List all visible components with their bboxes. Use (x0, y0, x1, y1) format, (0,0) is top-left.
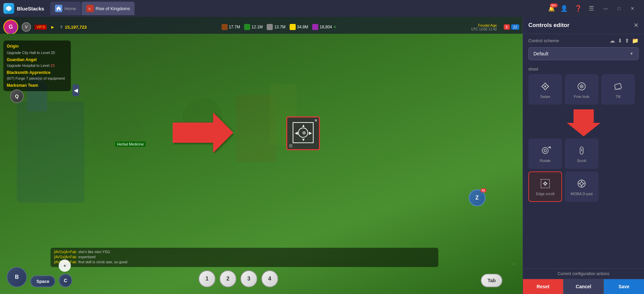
badge-22: 22 (511, 24, 519, 30)
rok-tab-label: Rise of Kingdoms (96, 6, 130, 11)
control-swipe[interactable]: Swipe (528, 74, 562, 105)
help-icon[interactable]: ❓ (573, 3, 583, 14)
chat-line-3: [AVGs]A×Fak: first skill is circle aoe, … (54, 260, 435, 264)
quest-guardian-desc: Upgrade Hospital to Level 23 (7, 63, 67, 68)
svg-text:▲: ▲ (301, 123, 305, 128)
num-button-3[interactable]: 3 (240, 270, 257, 287)
gold-amount: 15,197,723 (65, 25, 87, 30)
player-v-badge: V (22, 22, 31, 32)
age-date: UTC 11/02 11:42 (471, 27, 497, 31)
badge-8: 8 (504, 24, 510, 30)
svg-point-26 (544, 149, 546, 152)
titlebar-nav: Home ⚔ Rise of Kingdoms (50, 2, 135, 15)
home-tab-icon (55, 5, 62, 12)
num-button-2[interactable]: 2 (219, 270, 236, 287)
q-button[interactable]: Q (10, 89, 24, 103)
svg-point-21 (581, 86, 582, 87)
tab-button[interactable]: Tab (481, 274, 502, 287)
arrow-icon: ▶ (51, 25, 54, 29)
save-button[interactable]: Save (604, 279, 644, 294)
space-button[interactable]: Space (30, 275, 55, 287)
add-gems-icon[interactable]: + (333, 24, 336, 30)
minimize-button[interactable]: — (599, 4, 612, 13)
freelook-label: Free look (574, 95, 589, 99)
widget-dpad: ⊕ ▲ ▼ ◀ ▶ (291, 121, 315, 146)
grid-row-3: Edge scroll MOBA D-pad (528, 171, 639, 202)
player-avatar: G (3, 20, 18, 34)
food-icon (244, 24, 250, 30)
resource-gold-ore: 34.8M (290, 24, 308, 30)
panel-close-icon[interactable]: ✕ (634, 22, 639, 29)
cloud-upload-icon[interactable]: ☁ (610, 37, 615, 44)
num-button-4[interactable]: 4 (261, 270, 278, 287)
svg-marker-34 (546, 182, 548, 185)
widget-close-icon[interactable]: ✕ (314, 118, 318, 123)
svg-point-25 (542, 148, 548, 154)
c-button[interactable]: C (59, 274, 72, 287)
titlebar-brand: BlueStacks (17, 6, 44, 11)
home-tab-label: Home (64, 6, 76, 11)
vip-badge: VIP 9 (34, 25, 47, 30)
plus-button[interactable]: + (59, 260, 71, 272)
control-tilt[interactable]: Tilt (601, 74, 635, 105)
titlebar: BlueStacks Home ⚔ Rise of Kingdoms 🔔 99+… (0, 0, 644, 17)
grid-row-2: Rotate Scroll (528, 138, 639, 169)
resource-gems: 18,804 + (312, 24, 336, 30)
folder-icon[interactable]: 📁 (632, 37, 639, 44)
chat-area: [AVGs]A×Fak: she's like mini YSG [AVGs]A… (51, 248, 438, 267)
game-area[interactable]: G V VIP 9 ▶ 🗡 15,197,723 17.7M 12.1M (0, 17, 523, 294)
controls-panel: Controls editor ✕ Control scheme ☁ ⬇ ⬆ 📁… (523, 17, 644, 294)
svg-rect-22 (614, 83, 621, 90)
stone-amount: 13.7M (274, 25, 285, 29)
svg-marker-0 (6, 6, 11, 11)
herb-label: Herbal Medicine (115, 141, 146, 147)
download-icon[interactable]: ⬇ (618, 37, 622, 44)
menu-icon[interactable]: ☰ (587, 3, 595, 14)
control-rotate[interactable]: Rotate (528, 138, 562, 169)
swipe-label: Swipe (540, 95, 550, 99)
z-badge: 51 (480, 188, 487, 192)
reset-button[interactable]: Reset (523, 279, 563, 294)
panel-title: Controls editor (528, 22, 569, 29)
dots-menu[interactable]: ··· (511, 261, 516, 267)
close-button[interactable]: ✕ (626, 4, 639, 13)
gold-display: 🗡 15,197,723 (59, 25, 87, 30)
titlebar-right: 🔔 99+ 👤 ❓ ☰ — □ ✕ (548, 3, 644, 14)
scheme-dropdown[interactable]: Default ▼ (528, 47, 639, 60)
widget-gear-icon[interactable]: ⚙ (289, 143, 293, 149)
rok-tab-icon: ⚔ (86, 5, 94, 12)
sword-icon: 🗡 (59, 25, 63, 29)
tab-home[interactable]: Home (50, 2, 81, 15)
svg-marker-24 (567, 109, 601, 136)
controls-grid: shoot Swipe (523, 63, 644, 268)
main-content: G V VIP 9 ▶ 🗡 15,197,723 17.7M 12.1M (0, 17, 644, 294)
tab-rise-of-kingdoms[interactable]: ⚔ Rise of Kingdoms (82, 2, 135, 15)
wood-icon (222, 24, 228, 30)
num-button-1[interactable]: 1 (199, 270, 215, 287)
control-mobapad[interactable]: MOBA D-pad (565, 171, 598, 202)
control-scroll[interactable]: Scroll (565, 138, 598, 169)
z-button[interactable]: Z 51 (469, 189, 486, 206)
grid-cell-empty-2 (601, 171, 635, 202)
profile-icon[interactable]: 👤 (559, 3, 569, 14)
b-button[interactable]: B (7, 267, 27, 287)
maximize-button[interactable]: □ (613, 4, 625, 13)
notification-bell[interactable]: 🔔 99+ (548, 5, 555, 12)
quest-blacksmith-title: Blacksmith Apprentice (7, 70, 67, 75)
age-label: Feudal Age (471, 23, 497, 27)
quest-marksman-title: Marksman Team (7, 83, 67, 88)
chat-line-1: [AVGs]A×Fak: she's like mini YSG (54, 250, 435, 254)
stone-icon (267, 24, 273, 30)
chat-line-2: [AVGs]A×Fak: expertised (54, 255, 435, 259)
cancel-button[interactable]: Cancel (563, 279, 604, 294)
gold-ore-amount: 34.8M (297, 25, 308, 29)
quest-guardian-title: Guardian Angel (7, 57, 67, 62)
upload-icon[interactable]: ⬆ (625, 37, 629, 44)
control-edgescroll[interactable]: Edge scroll (528, 171, 562, 202)
notification-count: 99+ (550, 3, 558, 7)
svg-marker-10 (173, 112, 233, 153)
svg-text:▶: ▶ (309, 131, 312, 135)
sidebar-toggle[interactable]: ◀ (72, 84, 79, 96)
control-freelook[interactable]: Free look (565, 74, 598, 105)
quest-blacksmith-desc: (6/7) Forge 7 piece(s) of equipment (7, 76, 67, 80)
